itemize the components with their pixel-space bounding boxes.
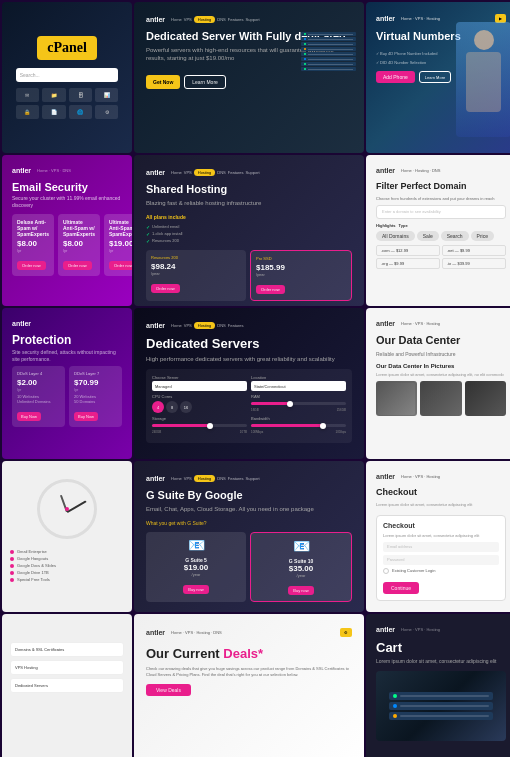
co-subtitle: Lorem ipsum dolor sit amet, consectetur … — [376, 502, 506, 507]
cpu-opt-2[interactable]: 8 — [166, 401, 178, 413]
prot-buy1-button[interactable]: Buy Now — [17, 412, 41, 421]
dc-nav: antler Home · VPS · Hosting — [376, 318, 506, 329]
es-order3-button[interactable]: Order now — [109, 261, 132, 270]
gsuite-left-card: Gmail Enterprise Google Hangouts Google … — [2, 461, 132, 612]
gs-buy1-button[interactable]: Buy now — [183, 585, 208, 594]
gs-nav-dns[interactable]: DNS — [217, 476, 225, 481]
gs-nav-support[interactable]: Support — [246, 476, 260, 481]
dc-nav-items: Home · VPS · Hosting — [401, 321, 440, 326]
dedicated-servers-card: antler Home VPS Hosting DNS Features Ded… — [134, 308, 364, 459]
cpanel-icon-mail[interactable]: ✉ — [16, 88, 39, 102]
nav-support[interactable]: Support — [246, 17, 260, 22]
ds-ram-thumb[interactable] — [287, 401, 293, 407]
tld-org[interactable]: .org — $9.99 — [376, 258, 440, 269]
nav-home[interactable]: Home — [171, 17, 182, 22]
fd-chip-search[interactable]: Search — [441, 231, 469, 241]
co-radio1[interactable] — [383, 568, 389, 574]
ds-location-select[interactable]: State/Connecticut — [251, 381, 346, 391]
co-field-2[interactable]: Password — [383, 555, 499, 565]
ds-storage-slider[interactable] — [152, 424, 247, 427]
cpanel-icon-domains[interactable]: 🌐 — [69, 105, 92, 119]
cpanel-icon-db[interactable]: 🗄 — [69, 88, 92, 102]
es-plan1-period: /yr — [17, 248, 49, 253]
cart-nav-items: Home · VPS · Hosting — [401, 627, 440, 632]
gs-nav-feat[interactable]: Features — [228, 476, 244, 481]
nav-hosting-badge[interactable]: Hosting — [194, 16, 216, 23]
deals-sidebar-item-3[interactable]: Dedicated Servers — [10, 678, 124, 693]
prot-plan1: DDoS Layer 4 $2.00 /yr 10 Websites Unlim… — [12, 366, 65, 427]
sh-nav-home[interactable]: Home — [171, 170, 182, 175]
nav-feat[interactable]: Features — [228, 17, 244, 22]
nav-dns[interactable]: DNS — [217, 17, 225, 22]
fd-nav-items: Home · Hosting · DNS — [401, 168, 440, 173]
ds-server-select[interactable]: Managed — [152, 381, 247, 391]
gs-feat-dot-4 — [10, 571, 14, 575]
fd-chip-sale[interactable]: Sale — [417, 231, 439, 241]
sh-order1-button[interactable]: Order now — [151, 284, 180, 293]
ds-storage-thumb[interactable] — [207, 423, 213, 429]
es-plan1: Deluxe Anti-Spam w/ SpamExperts $8.00 /y… — [12, 214, 54, 276]
sh-nav-vps[interactable]: VPS — [184, 170, 192, 175]
ds-ram-slider[interactable] — [251, 402, 346, 405]
fd-type-label: Type — [399, 223, 408, 228]
cart-bar-2 — [400, 705, 489, 707]
prot-plan2-price: $70.99 — [74, 378, 117, 387]
vn-add-phone-button[interactable]: Add Phone — [376, 71, 415, 83]
sh-order2-button[interactable]: Order now — [256, 285, 285, 294]
deals-title-highlight: Deals* — [220, 646, 263, 661]
ds-nav-vps[interactable]: VPS — [184, 323, 192, 328]
hero-get-now-button[interactable]: Get Now — [146, 75, 180, 89]
tld-io[interactable]: .io — $39.99 — [442, 258, 506, 269]
tld-com[interactable]: .com — $12.99 — [376, 245, 440, 256]
prot-plan1-name: DDoS Layer 4 — [17, 371, 60, 376]
ds-ram-label: RAM — [251, 394, 346, 399]
fd-filters: Highlights Type — [376, 223, 506, 228]
gs-nav-home[interactable]: Home — [171, 476, 182, 481]
ds-bw-thumb[interactable] — [320, 423, 326, 429]
ds-nav-dns[interactable]: DNS — [217, 323, 225, 328]
ds-nav-home[interactable]: Home — [171, 323, 182, 328]
sh-nav-hosting[interactable]: Hosting — [194, 169, 216, 176]
gs-nav-hosting[interactable]: Hosting — [194, 475, 216, 482]
cpanel-icon-ftp[interactable]: 📁 — [42, 88, 65, 102]
fd-search[interactable]: Enter a domain to see availability — [376, 205, 506, 219]
ds-ram-fill — [251, 402, 289, 405]
deal-nav-btn[interactable]: ⚙ — [340, 628, 352, 637]
es-order1-button[interactable]: Order now — [17, 261, 46, 270]
co-field-2-placeholder: Password — [387, 557, 405, 562]
sh-nav-dns[interactable]: DNS — [217, 170, 225, 175]
hero-learn-more-button[interactable]: Learn More — [184, 75, 226, 89]
cpanel-icon-soft[interactable]: ⚙ — [95, 105, 118, 119]
ds-nav-feat[interactable]: Features — [228, 323, 244, 328]
es-order2-button[interactable]: Order now — [63, 261, 92, 270]
deals-sidebar-item-2[interactable]: VPS Hosting — [10, 660, 124, 675]
gs-nav: antler Home VPS Hosting DNS Features Sup… — [146, 473, 352, 484]
vn-learn-more-button[interactable]: Learn More — [419, 71, 451, 83]
cpanel-icon-files[interactable]: 📄 — [42, 105, 65, 119]
prot-buy2-button[interactable]: Buy Now — [74, 412, 98, 421]
co-field-1[interactable]: Email address — [383, 542, 499, 552]
ds-bw-slider[interactable] — [251, 424, 346, 427]
sh-includes: ✓Unlimited email ✓1-click app install ✓R… — [146, 224, 352, 244]
ds-row2: CPU Cores 4 8 16 RAM 16GB 256GB — [152, 394, 346, 413]
deals-view-button[interactable]: View Deals — [146, 684, 191, 696]
cpu-opt-3[interactable]: 16 — [180, 401, 192, 413]
filter-domain-card: antler Home · Hosting · DNS Filter Perfe… — [366, 155, 510, 306]
ds-nav-hosting[interactable]: Hosting — [194, 322, 216, 329]
fd-chip-all[interactable]: All Domains — [376, 231, 415, 241]
co-continue-button[interactable]: Continue — [383, 582, 419, 594]
deals-sidebar-item-1[interactable]: Domains & SSL Certificates — [10, 642, 124, 657]
cpanel-icon-sec[interactable]: 🔒 — [16, 105, 39, 119]
tld-net[interactable]: .net — $9.99 — [442, 245, 506, 256]
nav-vps[interactable]: VPS — [184, 17, 192, 22]
gs-buy2-button[interactable]: Buy now — [288, 586, 313, 595]
gs-nav-vps[interactable]: VPS — [184, 476, 192, 481]
cpu-opt-1[interactable]: 4 — [152, 401, 164, 413]
sh-nav-feat[interactable]: Features — [228, 170, 244, 175]
cpanel-icon-stats[interactable]: 📊 — [95, 88, 118, 102]
es-plan3-period: /yr — [109, 248, 132, 253]
sh-nav-support[interactable]: Support — [246, 170, 260, 175]
fd-chip-price[interactable]: Price — [471, 231, 494, 241]
cpanel-search[interactable]: Search... — [16, 68, 119, 82]
cart-logo: antler — [376, 626, 395, 633]
